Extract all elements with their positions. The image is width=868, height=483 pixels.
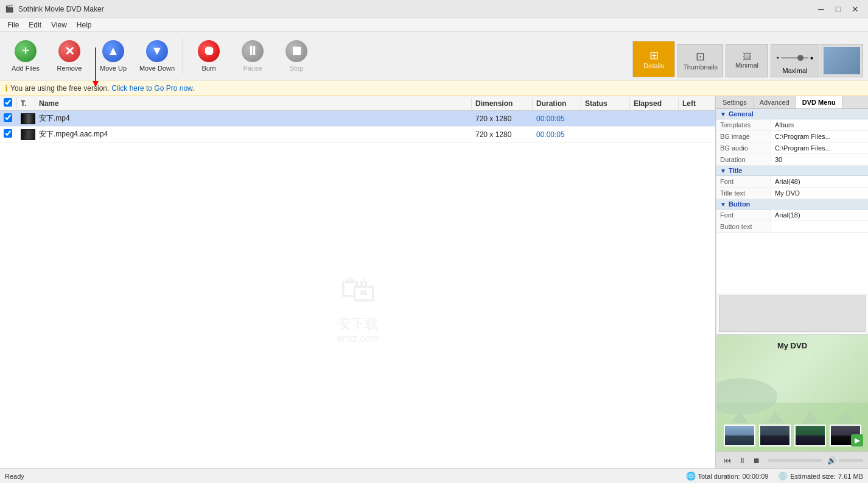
prop-templates-val[interactable]: Album xyxy=(771,119,868,130)
prop-title-font-key: Font xyxy=(716,176,771,187)
section-general[interactable]: ▼ General xyxy=(716,109,868,119)
row1-checkbox[interactable] xyxy=(4,113,12,122)
thumb3-top xyxy=(796,426,825,435)
maximal-slider[interactable] xyxy=(781,57,808,58)
total-duration-label: Total duration: xyxy=(698,473,740,480)
preview-thumbs-row xyxy=(716,411,868,446)
burn-button[interactable]: ⏺ Burn xyxy=(188,35,229,77)
add-files-button[interactable]: + Add Files xyxy=(5,35,46,77)
maximal-area: ▪ ▪ Maximal xyxy=(771,44,819,77)
row2-duration: 00:00:05 xyxy=(533,129,581,140)
media-play-button[interactable]: ⏸ xyxy=(736,454,748,467)
prop-list: ▼ General Templates Album BG image C:\Pr… xyxy=(716,109,868,293)
move-up-button[interactable]: ▲ Move Up xyxy=(93,35,134,77)
maximal-slider-area: ▪ ▪ xyxy=(777,49,813,67)
stop-button[interactable]: ⏹ Stop xyxy=(276,35,317,77)
prop-title-text: Title text My DVD xyxy=(716,188,868,199)
maximize-button[interactable]: □ xyxy=(830,3,846,15)
move-down-icon: ▼ xyxy=(146,40,168,62)
remove-icon: ✕ xyxy=(58,40,80,62)
stop-icon: ⏹ xyxy=(285,40,307,62)
prop-button-font-val[interactable]: Arial(18) xyxy=(771,210,868,220)
slider-thumb[interactable] xyxy=(797,55,803,61)
estimated-size-label: Estimated size: xyxy=(790,473,836,480)
menu-file[interactable]: File xyxy=(2,19,24,30)
row2-name: 安下.mpeg4.aac.mp4 xyxy=(35,128,472,141)
view-tabs-toolbar: ⊞ Details ⊡ Thumbnails 🖼 Minimal ▪ ▪ xyxy=(632,35,863,77)
prop-bg-audio-val[interactable]: C:\Program Files... xyxy=(771,143,868,153)
menu-bar: File Edit View Help xyxy=(0,18,868,32)
move-up-icon: ▲ xyxy=(102,40,124,62)
table-row[interactable]: 安下.mpeg4.aac.mp4 720 x 1280 00:00:05 xyxy=(0,127,715,143)
section-button[interactable]: ▼ Button xyxy=(716,199,868,210)
media-stop-button[interactable]: ⏹ xyxy=(751,454,763,467)
row1-check[interactable] xyxy=(0,112,17,125)
info-message: You are using the free version. xyxy=(10,84,109,93)
prop-bg-audio: BG audio C:\Program Files... xyxy=(716,143,868,154)
dvd-nav-arrow[interactable]: ▶ xyxy=(851,434,863,446)
row1-duration: 00:00:05 xyxy=(533,113,581,124)
move-down-button[interactable]: ▼ Move Down xyxy=(136,35,178,77)
row2-check[interactable] xyxy=(0,128,17,141)
close-button[interactable]: ✕ xyxy=(847,3,863,15)
prop-tab-advanced[interactable]: Advanced xyxy=(754,96,796,108)
slider-min-icon: ▪ xyxy=(777,54,779,61)
pro-link[interactable]: Click here to Go Pro now. xyxy=(111,84,194,93)
thumb1-triangle xyxy=(730,411,749,423)
prop-tab-settings[interactable]: Settings xyxy=(716,96,754,108)
media-controls: ⏮ ⏸ ⏹ 🔊 xyxy=(716,451,868,468)
prop-button-text: Button text xyxy=(716,221,868,233)
prop-button-text-val[interactable] xyxy=(771,221,868,232)
pause-button[interactable]: ⏸ Pause xyxy=(232,35,273,77)
file-list-area: T. Name Dimension Duration Status Elapse… xyxy=(0,96,716,468)
row2-elapsed xyxy=(630,133,679,136)
thumb2-top xyxy=(760,426,789,435)
view-tab-minimal[interactable]: 🖼 Minimal xyxy=(726,44,768,77)
duration-icon: 🌐 xyxy=(686,471,696,481)
prop-tab-dvd-menu[interactable]: DVD Menu xyxy=(796,96,842,108)
menu-edit[interactable]: Edit xyxy=(24,19,46,30)
preview-area: My DVD xyxy=(716,334,868,468)
status-ready: Ready xyxy=(5,473,24,480)
info-icon: ℹ xyxy=(5,83,8,93)
volume-icon: 🔊 xyxy=(827,456,836,465)
menu-help[interactable]: Help xyxy=(72,19,97,30)
media-rewind-button[interactable]: ⏮ xyxy=(721,454,733,467)
preview-thumb-1 xyxy=(724,411,755,446)
toolbar: + Add Files ✕ Remove ▲ Move Up ▼ Move Do… xyxy=(0,32,868,80)
maximal-preview xyxy=(821,44,863,77)
right-panel: Settings Advanced DVD Menu ▼ General Tem… xyxy=(716,96,868,468)
prop-title-text-key: Title text xyxy=(716,188,771,199)
prop-title-text-val[interactable]: My DVD xyxy=(771,188,868,199)
prop-bg-image-val[interactable]: C:\Program Files... xyxy=(771,131,868,142)
prop-duration-val[interactable]: 30 xyxy=(771,154,868,165)
watermark: 🛍 安下载 anxz.com xyxy=(337,267,378,344)
prop-tabs: Settings Advanced DVD Menu xyxy=(716,96,868,109)
media-progress-slider[interactable] xyxy=(768,459,822,462)
row2-thumb-inner xyxy=(21,130,35,139)
maximal-preview-image xyxy=(824,47,860,74)
row2-checkbox[interactable] xyxy=(4,129,12,138)
menu-view[interactable]: View xyxy=(46,19,72,30)
prop-bg-audio-key: BG audio xyxy=(716,143,771,153)
minimize-button[interactable]: ─ xyxy=(813,3,829,15)
thumb2-img xyxy=(759,425,791,446)
thumb1-img xyxy=(724,425,755,446)
thumb3-img xyxy=(794,425,826,446)
prop-title-font-val[interactable]: Arial(48) xyxy=(771,176,868,187)
row1-dimension: 720 x 1280 xyxy=(472,113,533,124)
file-list-empty-area: 🛍 安下载 anxz.com xyxy=(0,143,715,468)
total-duration-value: 00:00:09 xyxy=(743,473,769,480)
prop-templates: Templates Album xyxy=(716,119,868,131)
thumbnails-icon: ⊡ xyxy=(696,50,705,63)
table-row[interactable]: 安下.mp4 720 x 1280 00:00:05 xyxy=(0,111,715,127)
details-icon: ⊞ xyxy=(649,49,659,62)
view-tab-details[interactable]: ⊞ Details xyxy=(632,41,675,77)
section-title[interactable]: ▼ Title xyxy=(716,166,868,176)
row2-status xyxy=(581,133,630,136)
add-files-icon: + xyxy=(15,40,37,62)
view-tab-thumbnails[interactable]: ⊡ Thumbnails xyxy=(677,44,723,77)
volume-slider[interactable] xyxy=(839,459,863,462)
remove-button[interactable]: ✕ Remove xyxy=(49,35,90,77)
select-all-checkbox[interactable] xyxy=(4,98,12,107)
